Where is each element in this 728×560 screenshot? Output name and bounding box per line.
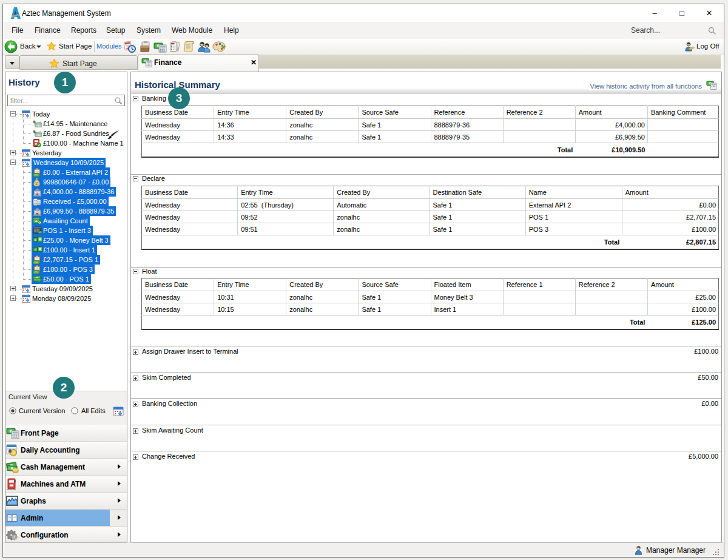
svg-text:d: d	[35, 238, 36, 241]
svg-text:d: d	[35, 248, 36, 251]
